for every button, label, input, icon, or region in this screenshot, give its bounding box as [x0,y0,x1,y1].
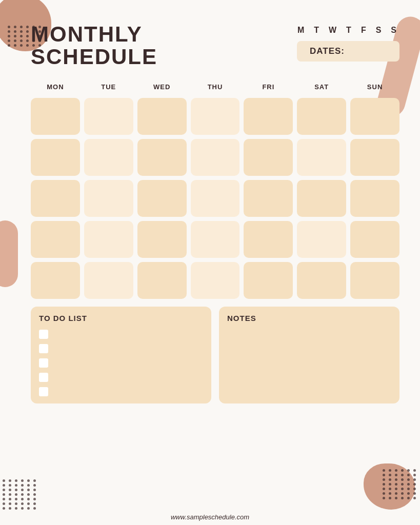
day-letter-t2: T [346,26,352,35]
table-row [244,221,293,258]
day-header-fri: FRI [244,81,293,93]
title-monthly: MONTHLY [31,23,157,46]
day-header-sat: SAT [297,81,346,93]
calendar-grid [31,98,399,299]
checkbox-1[interactable] [39,330,48,339]
table-row [297,139,346,176]
title-schedule: SCHEDULE [31,46,157,68]
day-headers: MON TUE WED THU FRI SAT SUN [31,81,399,93]
main-content: MONTHLY SCHEDULE M T W T F S S DATES: MO… [31,23,399,504]
calendar-section: MON TUE WED THU FRI SAT SUN [31,81,399,299]
day-letter-t1: T [314,26,319,35]
table-row [31,139,80,176]
list-item [39,373,203,382]
table-row [84,139,133,176]
day-letter-f: F [361,26,367,35]
table-row [137,262,187,299]
table-row [84,180,133,217]
day-header-mon: MON [31,81,80,93]
table-row [297,221,346,258]
table-row [350,262,399,299]
todo-box: TO DO LIST [31,307,211,403]
footer-url: www.sampleschedule.com [171,513,249,521]
table-row [350,98,399,135]
table-row [84,262,133,299]
table-row [137,221,187,258]
header: MONTHLY SCHEDULE M T W T F S S DATES: [31,23,399,68]
table-row [191,180,240,217]
table-row [244,139,293,176]
table-row [350,139,399,176]
list-item [39,330,203,339]
table-row [84,221,133,258]
checkbox-4[interactable] [39,373,48,382]
day-header-wed: WED [137,81,187,93]
bottom-section: TO DO LIST NOTES [31,307,399,403]
todo-title: TO DO LIST [39,314,203,322]
table-row [297,180,346,217]
table-row [350,221,399,258]
title-block: MONTHLY SCHEDULE [31,23,157,68]
table-row [297,98,346,135]
footer: www.sampleschedule.com [0,513,420,521]
table-row [191,221,240,258]
table-row [191,139,240,176]
table-row [244,180,293,217]
notes-title: NOTES [227,314,391,322]
table-row [244,262,293,299]
day-header-tue: TUE [84,81,133,93]
day-header-sun: SUN [350,81,399,93]
day-letter-m: M [297,26,305,35]
todo-items [39,330,203,396]
table-row [297,262,346,299]
table-row [350,180,399,217]
day-letter-w: W [329,26,337,35]
table-row [84,98,133,135]
dates-label: DATES: [310,46,345,56]
day-header-thu: THU [191,81,240,93]
list-item [39,387,203,396]
checkbox-2[interactable] [39,344,48,353]
table-row [191,262,240,299]
table-row [137,139,187,176]
list-item [39,344,203,353]
table-row [31,180,80,217]
day-letters-row: M T W T F S S [297,26,399,35]
table-row [244,98,293,135]
table-row [31,262,80,299]
dates-box: DATES: [297,41,399,62]
deco-shape-left-mid [0,220,18,287]
table-row [191,98,240,135]
notes-box: NOTES [219,307,399,403]
table-row [137,180,187,217]
table-row [31,98,80,135]
header-right: M T W T F S S DATES: [297,23,399,62]
table-row [31,221,80,258]
day-letter-s1: S [376,26,382,35]
table-row [137,98,187,135]
checkbox-5[interactable] [39,387,48,396]
list-item [39,358,203,368]
checkbox-3[interactable] [39,358,48,368]
day-letter-s2: S [391,26,397,35]
